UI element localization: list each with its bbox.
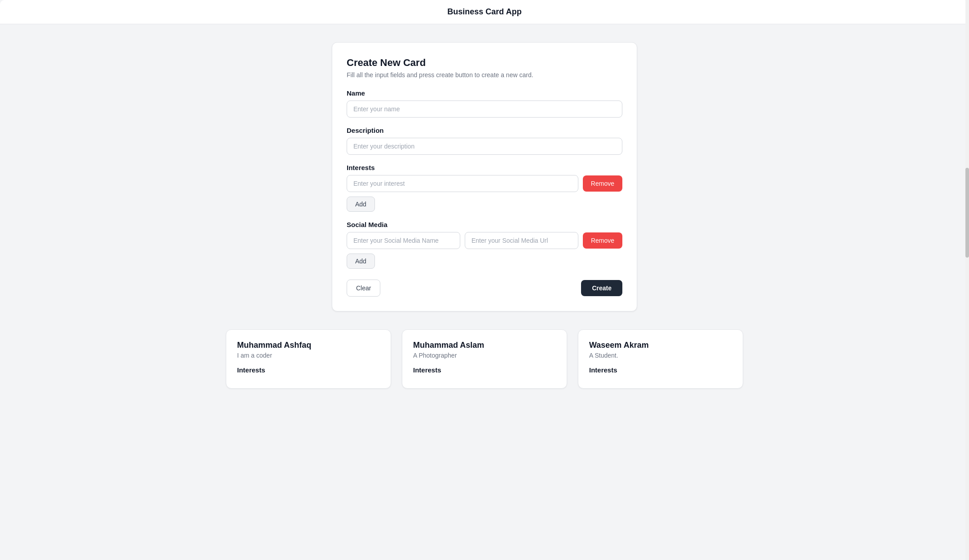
name-field-group: Name	[347, 89, 622, 118]
card-name-0: Muhammad Ashfaq	[237, 341, 380, 350]
name-input[interactable]	[347, 101, 622, 118]
card-interests-title-0: Interests	[237, 366, 380, 374]
interest-row: Remove	[347, 175, 622, 192]
description-label: Description	[347, 127, 622, 134]
add-social-button[interactable]: Add	[347, 254, 375, 269]
app-header: Business Card App	[0, 0, 969, 24]
app-title: Business Card App	[447, 7, 521, 16]
card-description-1: A Photographer	[413, 352, 556, 359]
remove-interest-button[interactable]: Remove	[583, 175, 622, 192]
interest-input[interactable]	[347, 175, 578, 192]
business-card-0: Muhammad Ashfaq I am a coder Interests	[226, 329, 391, 389]
card-interests-title-1: Interests	[413, 366, 556, 374]
card-description-2: A Student.	[589, 352, 732, 359]
card-interests-title-2: Interests	[589, 366, 732, 374]
scrollbar-track[interactable]	[965, 0, 969, 560]
form-title: Create New Card	[347, 57, 622, 69]
main-content: Create New Card Fill all the input field…	[215, 24, 754, 407]
social-url-input[interactable]	[465, 232, 578, 249]
social-media-field-group: Social Media Remove Add	[347, 221, 622, 269]
social-name-input[interactable]	[347, 232, 460, 249]
form-subtitle: Fill all the input fields and press crea…	[347, 71, 622, 79]
social-media-row: Remove	[347, 232, 622, 249]
cards-grid: Muhammad Ashfaq I am a coder Interests M…	[226, 329, 743, 389]
scrollbar-thumb[interactable]	[965, 168, 969, 258]
card-description-0: I am a coder	[237, 352, 380, 359]
create-button[interactable]: Create	[581, 280, 622, 296]
name-label: Name	[347, 89, 622, 97]
interests-label: Interests	[347, 164, 622, 171]
social-media-label: Social Media	[347, 221, 622, 228]
remove-social-button[interactable]: Remove	[583, 232, 622, 249]
card-name-1: Muhammad Aslam	[413, 341, 556, 350]
business-card-2: Waseem Akram A Student. Interests	[578, 329, 743, 389]
clear-button[interactable]: Clear	[347, 280, 380, 297]
create-card-form: Create New Card Fill all the input field…	[332, 42, 637, 311]
description-input[interactable]	[347, 138, 622, 155]
form-actions: Clear Create	[347, 280, 622, 297]
interests-field-group: Interests Remove Add	[347, 164, 622, 212]
add-interest-button[interactable]: Add	[347, 197, 375, 212]
description-field-group: Description	[347, 127, 622, 155]
card-name-2: Waseem Akram	[589, 341, 732, 350]
business-card-1: Muhammad Aslam A Photographer Interests	[402, 329, 567, 389]
